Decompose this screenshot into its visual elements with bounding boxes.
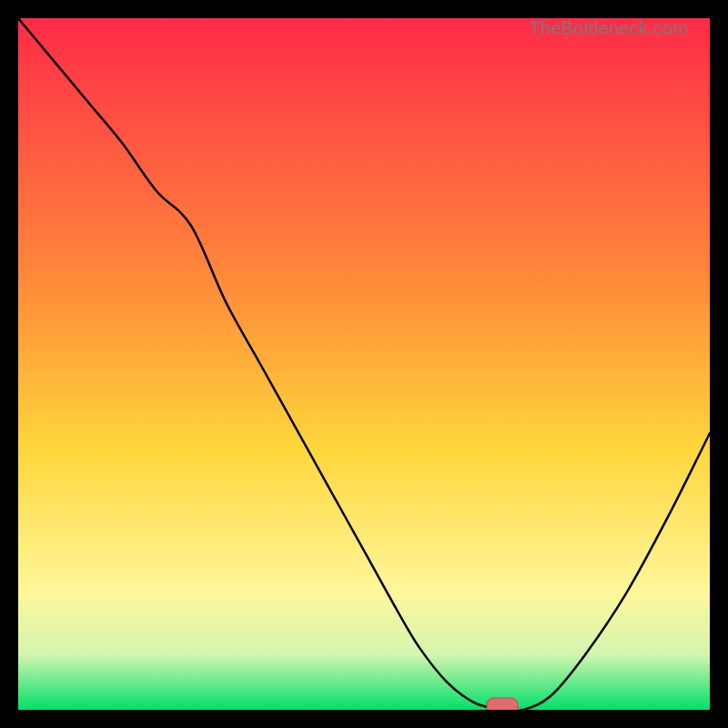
watermark-text: TheBottleneck.com	[529, 18, 688, 39]
optimal-point-marker	[487, 698, 518, 710]
bottleneck-curve	[18, 18, 710, 710]
chart-frame: TheBottleneck.com	[0, 0, 728, 728]
plot-area: TheBottleneck.com	[18, 18, 710, 710]
plot-svg	[18, 18, 710, 710]
